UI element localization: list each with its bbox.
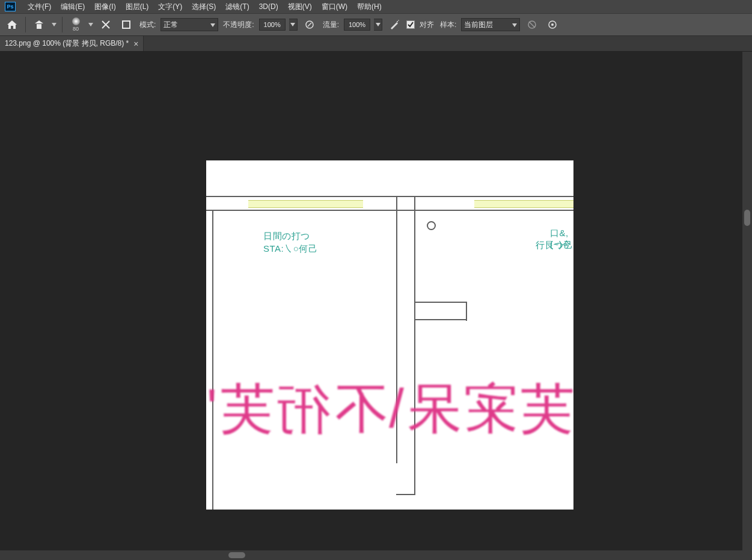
- mode-select[interactable]: 正常: [160, 18, 218, 31]
- menu-select[interactable]: 选择(S): [187, 0, 221, 13]
- svg-point-4: [397, 21, 398, 22]
- size-pressure-icon[interactable]: [544, 16, 561, 33]
- menu-window[interactable]: 窗口(W): [317, 0, 352, 13]
- plan-label: STA:㇏○何己: [263, 243, 317, 255]
- scrollbar-corner: [742, 550, 752, 560]
- scrollbar-horizontal[interactable]: [0, 550, 742, 560]
- flow-dropdown-icon[interactable]: [374, 19, 382, 31]
- menu-file[interactable]: 文件(F): [23, 0, 56, 13]
- separator: [62, 17, 63, 32]
- menubar: Ps 文件(F) 编辑(E) 图像(I) 图层(L) 文字(Y) 选择(S) 滤…: [0, 0, 752, 13]
- brush-preset[interactable]: 80: [67, 17, 84, 32]
- close-icon[interactable]: ×: [133, 40, 138, 48]
- menu-view[interactable]: 视图(V): [283, 0, 317, 13]
- flow-field[interactable]: 100%: [344, 19, 370, 31]
- svg-point-8: [551, 23, 554, 26]
- document-tab[interactable]: 123.png @ 100% (背景 拷贝, RGB/8) * ×: [0, 36, 144, 51]
- align-checkbox[interactable]: [406, 20, 415, 29]
- plan-line: [414, 196, 415, 495]
- svg-point-5: [398, 20, 399, 21]
- home-icon[interactable]: [4, 16, 20, 33]
- opacity-pressure-icon[interactable]: [301, 16, 318, 33]
- menu-filter[interactable]: 滤镜(T): [221, 0, 254, 13]
- sample-select[interactable]: 当前图层: [461, 18, 520, 31]
- plan-line: [415, 302, 467, 303]
- document-tab-title: 123.png @ 100% (背景 拷贝, RGB/8) *: [5, 38, 129, 49]
- scrollbar-vertical[interactable]: [742, 52, 752, 550]
- clone-source-dropdown-icon[interactable]: [51, 16, 57, 33]
- brush-preview-icon: [72, 17, 80, 25]
- flow-label: 流量:: [322, 20, 340, 30]
- align-label: 对齐: [418, 20, 435, 30]
- clone-source-icon[interactable]: [31, 16, 47, 33]
- plan-line: [206, 196, 573, 197]
- opacity-label: 不透明度:: [222, 20, 255, 30]
- mode-label: 模式:: [138, 20, 157, 30]
- menu-3d[interactable]: 3D(D): [254, 0, 283, 13]
- overlay-text: 芙宷呆\不衎芙': [206, 382, 573, 436]
- plan-label: 日間の打つ: [263, 231, 310, 242]
- sample-label: 样本:: [439, 20, 457, 30]
- plan-line: [466, 303, 467, 321]
- menu-image[interactable]: 图像(I): [90, 0, 120, 13]
- separator: [25, 17, 26, 32]
- opacity-dropdown-icon[interactable]: [289, 19, 298, 31]
- plan-label: 行艮つ己: [536, 240, 573, 251]
- brush-preset-dropdown-icon[interactable]: [88, 16, 94, 33]
- scrollbar-thumb[interactable]: [744, 210, 750, 226]
- svg-rect-2: [123, 22, 129, 28]
- plan-line: [415, 319, 467, 320]
- opacity-field[interactable]: 100%: [259, 19, 286, 31]
- svg-rect-0: [37, 24, 41, 29]
- clone-panel-icon[interactable]: [118, 16, 135, 33]
- brush-panel-icon[interactable]: [97, 16, 114, 33]
- menu-layer[interactable]: 图层(L): [121, 0, 154, 13]
- sample-value: 当前图层: [464, 20, 493, 30]
- plan-line: [206, 210, 573, 211]
- ignore-adjustment-icon[interactable]: [524, 16, 540, 33]
- plan-window: [248, 200, 363, 208]
- plan-line: [212, 211, 213, 510]
- brush-size-label: 80: [73, 26, 79, 32]
- plan-circle-icon: [427, 221, 436, 230]
- scrollbar-thumb[interactable]: [228, 552, 245, 558]
- document-tab-bar: 123.png @ 100% (背景 拷贝, RGB/8) * ×: [0, 36, 752, 52]
- mode-value: 正常: [164, 20, 178, 30]
- canvas[interactable]: 日間の打つ STA:㇏○何己 口&,(~)今 行艮つ己 芙宷呆\不衎芙': [206, 160, 573, 510]
- menu-type[interactable]: 文字(Y): [153, 0, 187, 13]
- plan-line: [396, 494, 415, 495]
- options-bar: 80 模式: 正常 不透明度: 100% 流量: 100% 对齐 样本: 当前图…: [0, 13, 752, 36]
- menu-edit[interactable]: 编辑(E): [56, 0, 90, 13]
- airbrush-icon[interactable]: [386, 16, 403, 33]
- plan-window: [474, 200, 573, 208]
- menu-help[interactable]: 帮助(H): [352, 0, 387, 13]
- ps-logo: Ps: [5, 2, 16, 11]
